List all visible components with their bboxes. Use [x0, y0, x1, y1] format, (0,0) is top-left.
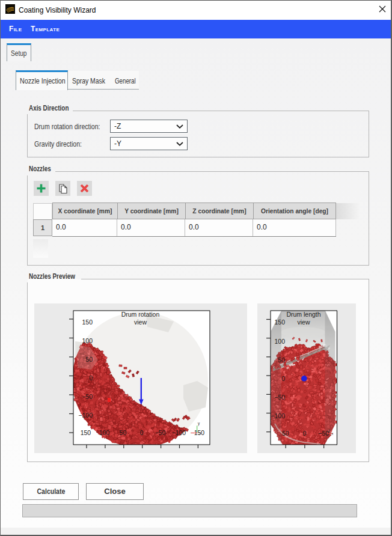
svg-text:−100: −100: [271, 412, 285, 419]
svg-text:−100: −100: [172, 429, 186, 436]
svg-text:view: view: [297, 318, 310, 326]
svg-text:50: 50: [120, 429, 127, 436]
svg-text:50: 50: [282, 430, 289, 437]
svg-text:−100: −100: [78, 412, 93, 419]
svg-text:z: z: [328, 428, 330, 433]
svg-text:50: 50: [278, 356, 285, 364]
svg-text:0: 0: [89, 374, 93, 382]
svg-text:150: 150: [274, 318, 285, 326]
svg-text:view: view: [134, 318, 147, 326]
svg-text:100: 100: [99, 429, 110, 436]
svg-text:100: 100: [82, 337, 93, 344]
svg-text:0: 0: [303, 430, 307, 437]
svg-text:−50: −50: [155, 429, 165, 436]
svg-text:0: 0: [281, 375, 285, 382]
svg-text:150: 150: [82, 318, 93, 326]
svg-text:−50: −50: [274, 394, 285, 401]
svg-text:−50: −50: [82, 393, 93, 400]
svg-text:Drum rotation: Drum rotation: [121, 311, 160, 318]
svg-text:50: 50: [85, 356, 93, 363]
svg-text:100: 100: [274, 338, 285, 345]
svg-text:Drum length: Drum length: [286, 311, 320, 318]
svg-text:0: 0: [139, 429, 143, 436]
svg-text:150: 150: [81, 429, 91, 436]
